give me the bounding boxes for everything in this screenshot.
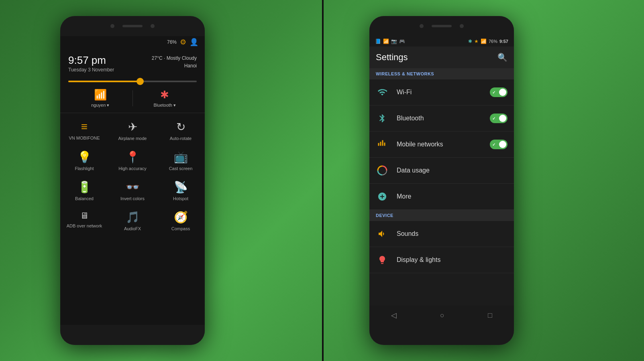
balanced-icon: 🔋 [77,180,92,194]
notif-header: 9:57 pm Tuesday 3 November 27°C · Mostly… [60,48,205,76]
sounds-icon [376,227,389,240]
status-icon-camera: 📷 [391,39,397,44]
auto-rotate-icon: ↻ [176,120,185,134]
speaker [122,25,143,27]
wifi-toggle[interactable]: 📶 nguyen ▾ [68,89,132,108]
settings-list: WIRELESS & NETWORKS Wi-Fi ✓ [369,68,514,306]
compass-label: Compass [171,226,190,231]
bluetooth-status-icon: ✱ [468,39,472,44]
tile-cast-screen[interactable]: 📺 Cast screen [157,145,205,175]
right-phone: 📘 📶 📷 🎮 ✱ ★ 📶 76% 9:57 Settings 🔍 WIRELE… [369,16,514,345]
brightness-fill [68,81,139,82]
bluetooth-label: Bluetooth ▾ [154,103,176,108]
settings-item-sounds[interactable]: Sounds [369,221,514,247]
settings-title: Settings [376,52,408,63]
bluetooth-toggle-switch[interactable]: ✓ [490,114,507,123]
tile-audiofx[interactable]: 🎵 AudioFX [108,205,157,235]
vn-mobifone-icon: ≡ [81,120,88,133]
screen-divider [322,0,324,361]
time-status: 9:57 [499,39,508,44]
section-wireless-header: WIRELESS & NETWORKS [369,68,514,79]
settings-item-mobile-networks[interactable]: Mobile networks ✓ [369,132,514,158]
tile-compass[interactable]: 🧭 Compass [157,205,205,235]
camera-left [110,24,114,28]
star-icon: ★ [474,39,479,44]
section-device-header: DEVICE [369,210,514,221]
cast-screen-label: Cast screen [169,166,193,171]
signal-icon: 📶 [481,39,487,44]
status-bar-left: 76% ⚙ 👤 [60,36,205,48]
data-usage-label: Data usage [397,167,507,174]
right-camera-left [420,24,424,28]
wifi-label: nguyen ▾ [91,103,109,108]
brightness-slider[interactable] [68,81,197,82]
weather-info: 27°C · Mostly Cloudy [152,55,197,62]
status-left: 📘 📶 📷 🎮 [375,39,405,44]
display-lights-label: Display & lights [397,256,507,264]
invert-colors-icon: 👓 [126,180,140,194]
user-icon[interactable]: 👤 [190,38,198,47]
adb-icon: 🖥 [80,211,89,221]
bluetooth-settings-label: Bluetooth [397,115,482,122]
tile-auto-rotate[interactable]: ↻ Auto-rotate [157,115,205,145]
left-phone: 76% ⚙ 👤 9:57 pm Tuesday 3 November 27°C … [60,16,205,345]
more-icon [376,190,389,203]
balanced-label: Balanced [75,196,94,201]
audiofx-icon: 🎵 [126,211,140,224]
bluetooth-icon: ✱ [160,89,169,101]
right-phone-top [369,16,514,36]
tile-invert-colors[interactable]: 👓 Invert colors [108,175,157,205]
tile-adb-network[interactable]: 🖥 ADB over network [60,205,108,235]
tile-hotspot[interactable]: 📡 Hotspot [157,175,205,205]
settings-titlebar: Settings 🔍 [369,47,514,68]
bluetooth-dropdown-icon: ▾ [173,103,176,108]
wifi-toggle-switch[interactable]: ✓ [490,87,507,97]
auto-rotate-label: Auto-rotate [170,136,192,141]
current-time: 9:57 pm [68,55,114,66]
invert-colors-label: Invert colors [120,196,145,201]
mobile-networks-icon [376,138,389,151]
sounds-label: Sounds [397,230,507,237]
settings-item-wifi[interactable]: Wi-Fi ✓ [369,79,514,105]
settings-screen: 📘 📶 📷 🎮 ✱ ★ 📶 76% 9:57 Settings 🔍 WIRELE… [369,36,514,325]
back-button[interactable]: ◁ [388,308,400,323]
mobile-networks-label: Mobile networks [397,141,482,148]
tile-airplane-mode[interactable]: ✈ Airplane mode [108,115,157,145]
brightness-thumb [137,78,144,85]
settings-item-data-usage[interactable]: Data usage [369,158,514,184]
wifi-settings-icon [376,86,389,99]
right-camera-right [460,24,464,28]
notification-panel: 76% ⚙ 👤 9:57 pm Tuesday 3 November 27°C … [60,36,205,325]
settings-item-bluetooth[interactable]: Bluetooth ✓ [369,105,514,132]
tile-flashlight[interactable]: 💡 Flashlight [60,145,108,175]
more-label: More [397,193,507,200]
airplane-label: Airplane mode [118,136,147,141]
tile-high-accuracy[interactable]: 📍 High accuracy [108,145,157,175]
settings-item-display-lights[interactable]: Display & lights [369,247,514,273]
vn-mobifone-label: VN MOBIFONE [69,136,100,140]
hotspot-label: Hotspot [173,196,188,201]
high-accuracy-label: High accuracy [118,166,147,171]
bluetooth-toggle[interactable]: ✱ Bluetooth ▾ [133,89,197,108]
display-lights-icon [376,254,389,266]
home-button[interactable]: ○ [437,308,448,323]
brightness-control[interactable] [60,76,205,87]
tile-balanced[interactable]: 🔋 Balanced [60,175,108,205]
current-date: Tuesday 3 November [68,67,114,73]
mobile-networks-toggle[interactable]: ✓ [490,140,507,149]
airplane-icon: ✈ [128,120,137,134]
battery-status: 76% [489,39,497,44]
weather-location: Hanoi [152,62,197,70]
settings-icon[interactable]: ⚙ [180,38,186,47]
recents-button[interactable]: □ [485,308,495,323]
nav-bar: ◁ ○ □ [369,306,514,325]
adb-label: ADB over network [67,223,102,228]
left-phone-bottom [60,325,205,345]
wifi-settings-label: Wi-Fi [397,89,482,96]
settings-item-more[interactable]: More [369,184,514,210]
quick-tiles-grid: ≡ VN MOBIFONE ✈ Airplane mode ↻ Auto-rot… [60,113,205,237]
status-icon-game: 🎮 [399,39,405,44]
tile-vn-mobifone[interactable]: ≡ VN MOBIFONE [60,115,108,145]
wifi-dropdown-icon: ▾ [107,103,109,108]
search-button[interactable]: 🔍 [497,53,507,62]
